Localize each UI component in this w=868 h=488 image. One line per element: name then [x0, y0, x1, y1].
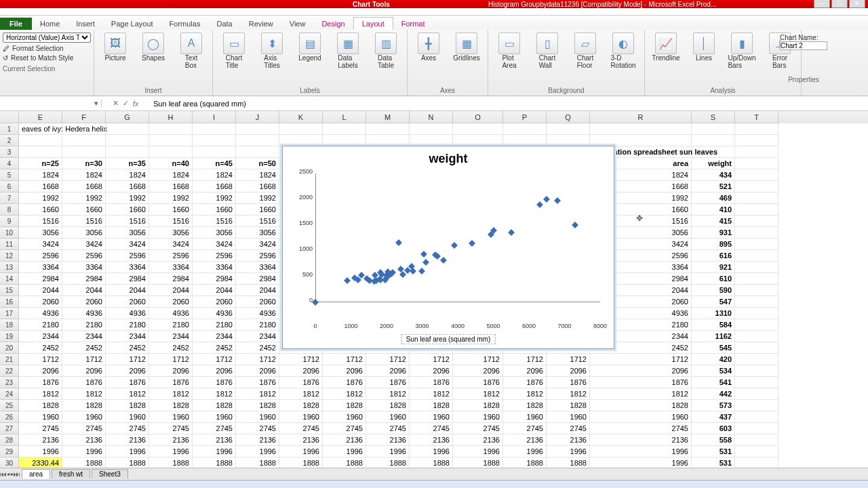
picture-button[interactable]: 🖼Picture [98, 33, 132, 62]
format-selection-button[interactable]: 🖉Format Selection [3, 45, 91, 52]
axis-titles-button[interactable]: ⬍AxisTitles [255, 33, 289, 69]
cell[interactable]: 1960 [236, 411, 279, 423]
shapes-button[interactable]: ◯Shapes [136, 33, 170, 62]
data-point[interactable] [572, 222, 578, 228]
row-header[interactable]: 4 [0, 158, 19, 169]
cell[interactable] [590, 123, 692, 135]
cell[interactable]: 1660 [106, 204, 149, 216]
chart-floor-button[interactable]: ▱ChartFloor [568, 33, 602, 69]
cell[interactable] [547, 135, 590, 146]
row-header[interactable]: 8 [0, 204, 19, 216]
cell[interactable]: 1712 [547, 354, 590, 365]
cell[interactable]: 2096 [62, 365, 106, 377]
data-point[interactable] [344, 277, 351, 284]
cell[interactable]: 1516 [236, 216, 279, 227]
cell[interactable] [735, 216, 778, 227]
cell[interactable]: 2452 [62, 342, 106, 354]
row-header[interactable]: 20 [0, 342, 19, 354]
cell[interactable]: 3424 [193, 239, 236, 250]
cell[interactable]: 1876 [410, 377, 453, 388]
tab-review[interactable]: Review [241, 18, 281, 30]
cell[interactable] [19, 135, 62, 146]
cell[interactable]: 1712 [106, 354, 149, 365]
cell[interactable]: 2136 [149, 434, 193, 446]
cell[interactable] [735, 192, 778, 204]
cell[interactable]: 1812 [323, 388, 366, 400]
cell[interactable]: 1996 [366, 446, 410, 458]
cell[interactable]: 1960 [590, 411, 692, 423]
cell[interactable] [62, 146, 106, 158]
cell[interactable] [410, 135, 453, 146]
cell[interactable]: 1660 [193, 204, 236, 216]
tab-data[interactable]: Data [208, 18, 240, 30]
row-header[interactable]: 11 [0, 239, 19, 250]
cell[interactable] [692, 123, 735, 135]
cell[interactable]: 2984 [149, 273, 193, 285]
tab-home[interactable]: Home [32, 18, 68, 30]
plot-area[interactable] [315, 174, 600, 302]
trendline-button[interactable]: 📈Trendline [649, 33, 683, 62]
cell[interactable]: 1812 [19, 388, 62, 400]
column-header-I[interactable]: I [193, 111, 236, 123]
cell[interactable]: 3424 [149, 239, 193, 250]
cell[interactable] [735, 262, 778, 273]
cell[interactable] [236, 123, 279, 135]
cell[interactable]: 3364 [193, 262, 236, 273]
cell[interactable]: 3056 [236, 227, 279, 239]
cell[interactable]: 2044 [193, 285, 236, 296]
cell[interactable]: 2136 [193, 434, 236, 446]
cell[interactable] [735, 296, 778, 308]
cell[interactable]: 1812 [106, 388, 149, 400]
cell[interactable]: 1960 [19, 411, 62, 423]
minimize-button[interactable]: — [814, 0, 830, 8]
row-header[interactable]: 3 [0, 146, 19, 158]
cell[interactable]: 1876 [590, 377, 692, 388]
cell[interactable]: 1516 [149, 216, 193, 227]
cell[interactable]: 1516 [62, 216, 106, 227]
tab-pagelayout[interactable]: Page Layout [103, 18, 161, 30]
reset-style-button[interactable]: ↺Reset to Match Style [3, 54, 91, 62]
cell[interactable] [735, 158, 778, 169]
cell[interactable]: 2984 [193, 273, 236, 285]
cell[interactable] [735, 273, 778, 285]
cell[interactable] [735, 342, 778, 354]
cell[interactable]: 2096 [236, 365, 279, 377]
cell[interactable]: 1824 [193, 169, 236, 181]
cell[interactable]: 2745 [106, 423, 149, 434]
cell[interactable]: 2745 [503, 423, 547, 434]
cell[interactable]: 1876 [366, 377, 410, 388]
cell[interactable] [735, 423, 778, 434]
cell[interactable]: 2745 [236, 423, 279, 434]
cell[interactable]: 442 [692, 388, 735, 400]
tab-design[interactable]: Design [313, 18, 353, 30]
cell[interactable]: n=35 [106, 158, 149, 169]
cell[interactable]: 1828 [547, 400, 590, 411]
cell[interactable] [735, 239, 778, 250]
cell[interactable]: 1828 [279, 400, 323, 411]
cell[interactable]: 2745 [193, 423, 236, 434]
cell[interactable]: 1660 [19, 204, 62, 216]
cell[interactable]: 2596 [193, 250, 236, 262]
cell[interactable]: 4936 [236, 308, 279, 319]
cell[interactable]: 1960 [106, 411, 149, 423]
cell[interactable]: 2344 [149, 331, 193, 342]
tab-file[interactable]: File [0, 18, 32, 30]
cell[interactable]: 616 [692, 250, 735, 262]
cell[interactable]: 2344 [106, 331, 149, 342]
sheet-tab[interactable]: fresh wt [52, 469, 90, 479]
cell[interactable]: 1660 [62, 204, 106, 216]
cell[interactable]: 1876 [323, 377, 366, 388]
cell[interactable]: 1812 [236, 388, 279, 400]
cell[interactable] [236, 135, 279, 146]
cell[interactable]: 1960 [62, 411, 106, 423]
cell[interactable]: 2180 [149, 319, 193, 331]
cell[interactable]: 545 [692, 342, 735, 354]
cell[interactable]: 1992 [19, 192, 62, 204]
cell[interactable]: 1992 [236, 192, 279, 204]
cell[interactable]: 1824 [62, 169, 106, 181]
cell[interactable]: 1668 [193, 181, 236, 192]
cell[interactable]: 2060 [19, 296, 62, 308]
cell[interactable]: 2096 [323, 365, 366, 377]
maximize-button[interactable]: ☐ [831, 0, 848, 8]
column-header-Q[interactable]: Q [547, 111, 590, 123]
